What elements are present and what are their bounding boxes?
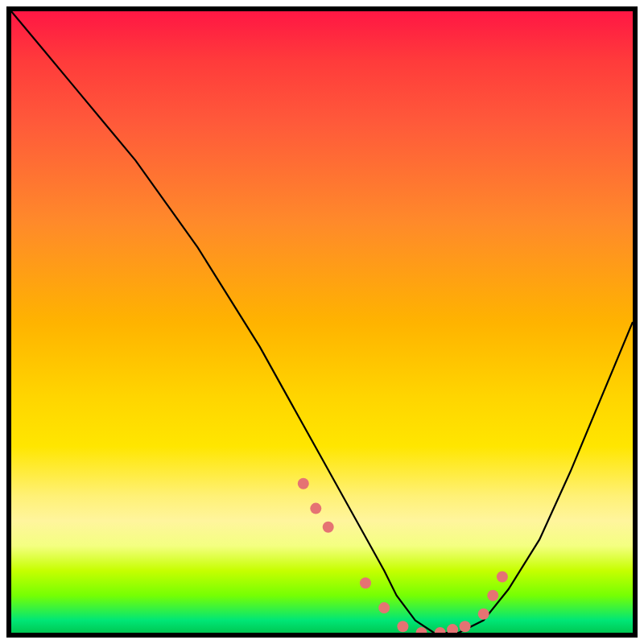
- marker-dot: [460, 621, 471, 632]
- curve-layer: [11, 11, 633, 633]
- marker-dot: [435, 627, 446, 633]
- marker-dot: [310, 503, 321, 514]
- marker-dot: [447, 624, 458, 633]
- marker-group: [298, 478, 508, 633]
- marker-dot: [497, 572, 508, 583]
- marker-dot: [478, 609, 489, 620]
- marker-dot: [378, 602, 390, 613]
- bottleneck-curve: [11, 11, 633, 633]
- marker-dot: [298, 478, 309, 489]
- marker-dot: [397, 621, 408, 632]
- marker-dot: [323, 522, 334, 533]
- chart-frame: TheBottleneck.com: [0, 0, 644, 644]
- marker-dot: [360, 577, 371, 588]
- plot-area: [6, 6, 638, 638]
- marker-dot: [487, 590, 498, 601]
